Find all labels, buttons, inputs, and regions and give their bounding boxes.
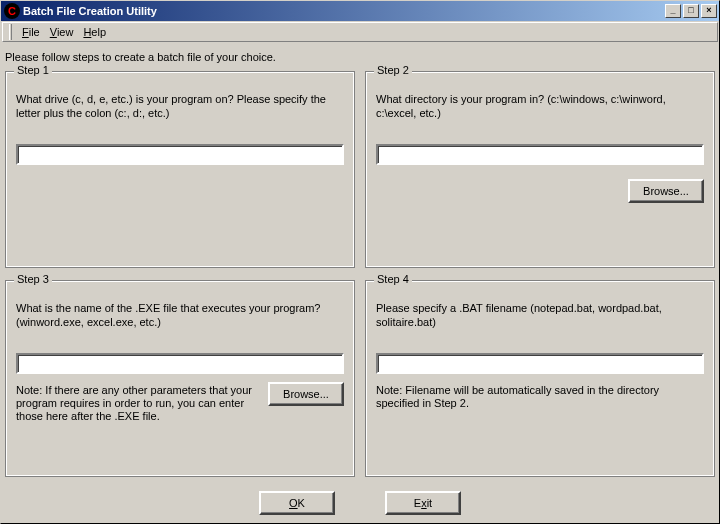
step3-group: Step 3 What is the name of the .EXE file… xyxy=(5,280,355,477)
bat-filename-input[interactable] xyxy=(376,353,704,374)
window: C Batch File Creation Utility _ □ × File… xyxy=(0,0,720,524)
window-buttons: _ □ × xyxy=(663,4,717,18)
step1-legend: Step 1 xyxy=(14,64,52,76)
step4-prompt: Please specify a .BAT filename (notepad.… xyxy=(376,301,704,343)
exe-input[interactable] xyxy=(16,353,344,374)
step3-legend: Step 3 xyxy=(14,273,52,285)
step4-group: Step 4 Please specify a .BAT filename (n… xyxy=(365,280,715,477)
step4-note: Note: Filename will be automatically sav… xyxy=(376,384,704,410)
app-icon: C xyxy=(4,3,20,19)
exit-post: it xyxy=(427,497,433,509)
menu-bar: File View Help xyxy=(2,22,718,42)
client-area: Please follow steps to create a batch fi… xyxy=(1,43,719,523)
close-button[interactable]: × xyxy=(701,4,717,18)
step4-legend: Step 4 xyxy=(374,273,412,285)
menu-view[interactable]: View xyxy=(46,24,78,40)
ok-button[interactable]: OK xyxy=(259,491,335,515)
directory-input[interactable] xyxy=(376,144,704,165)
steps-grid: Step 1 What drive (c, d, e, etc.) is you… xyxy=(3,71,717,477)
menu-grip xyxy=(9,24,12,40)
step2-group: Step 2 What directory is your program in… xyxy=(365,71,715,268)
step3-prompt: What is the name of the .EXE file that e… xyxy=(16,301,344,343)
menu-file[interactable]: File xyxy=(18,24,44,40)
browse-exe-button[interactable]: Browse... xyxy=(268,382,344,406)
ok-accel: O xyxy=(289,497,298,509)
titlebar: C Batch File Creation Utility _ □ × xyxy=(1,1,719,21)
dialog-buttons: OK Exit xyxy=(3,477,717,521)
minimize-button[interactable]: _ xyxy=(665,4,681,18)
browse-directory-button[interactable]: Browse... xyxy=(628,179,704,203)
menu-help[interactable]: Help xyxy=(79,24,110,40)
intro-text: Please follow steps to create a batch fi… xyxy=(3,49,717,71)
step3-note: Note: If there are any other parameters … xyxy=(16,384,258,423)
window-title: Batch File Creation Utility xyxy=(23,5,663,17)
drive-input[interactable] xyxy=(16,144,344,165)
step2-prompt: What directory is your program in? (c:\w… xyxy=(376,92,704,134)
exit-button[interactable]: Exit xyxy=(385,491,461,515)
step2-legend: Step 2 xyxy=(374,64,412,76)
maximize-button[interactable]: □ xyxy=(683,4,699,18)
step1-group: Step 1 What drive (c, d, e, etc.) is you… xyxy=(5,71,355,268)
step1-prompt: What drive (c, d, e, etc.) is your progr… xyxy=(16,92,344,134)
